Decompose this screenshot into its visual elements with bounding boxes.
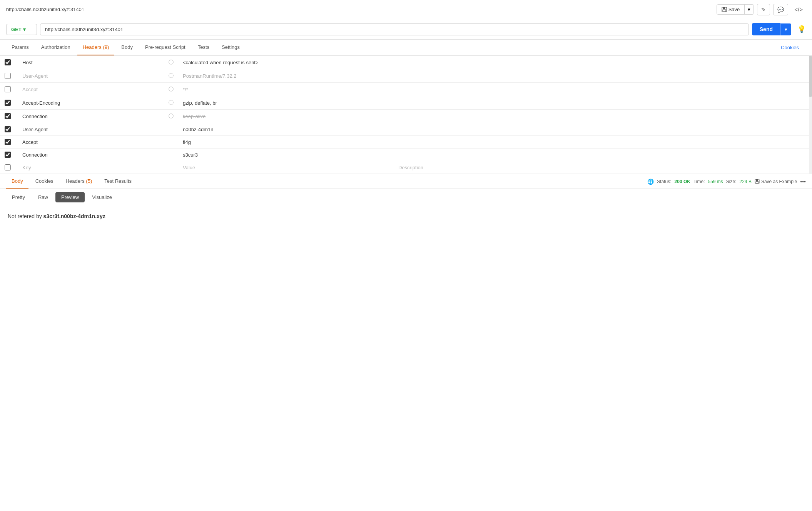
code-icon: </> (794, 6, 803, 13)
tab-params[interactable]: Params (6, 40, 34, 55)
floppy-icon (722, 7, 727, 12)
header-value: <calculated when request is sent> (183, 60, 259, 65)
url-input[interactable] (40, 23, 749, 35)
save-example-label: Save as Example (761, 179, 797, 184)
table-row: User-Agent n00bz-4dm1n (0, 123, 812, 136)
send-chevron-button[interactable]: ▾ (780, 23, 791, 35)
save-button[interactable]: Save (717, 5, 745, 14)
table-row: User-Agent ⓘ PostmanRuntime/7.32.2 (0, 69, 812, 83)
table-row: Host ⓘ <calculated when request is sent> (0, 56, 812, 69)
tab-cookies[interactable]: Cookies (775, 40, 804, 55)
top-bar-actions: Save ▾ ✎ 💬 </> (717, 4, 806, 15)
info-icon[interactable]: ⓘ (169, 72, 174, 79)
header-desc-placeholder: Description (398, 165, 423, 170)
header-key: Connection (22, 152, 48, 158)
row-checkbox[interactable] (5, 100, 11, 106)
header-key: Accept (22, 139, 38, 145)
status-bar: 🌐 Status: 200 OK Time: 559 ms Size: 224 … (647, 179, 806, 185)
more-icon: ••• (800, 179, 806, 185)
bulb-icon: 💡 (797, 25, 806, 33)
header-value: fl4g (183, 139, 191, 145)
tab-tests[interactable]: Tests (192, 40, 215, 55)
header-key: Accept-Encoding (22, 100, 60, 106)
page-title: http://challs.n00bzunit3d.xyz:31401 (6, 7, 84, 12)
info-icon[interactable]: ⓘ (169, 113, 174, 120)
status-label: Status: (657, 179, 671, 184)
info-icon[interactable]: ⓘ (169, 99, 174, 106)
code-button[interactable]: </> (791, 5, 806, 14)
resp-tab-preview[interactable]: Preview (55, 192, 85, 202)
svg-rect-5 (756, 182, 759, 184)
header-key: User-Agent (22, 73, 48, 79)
send-button[interactable]: Send (752, 23, 780, 35)
row-checkbox[interactable] (5, 86, 11, 92)
scrollbar-thumb[interactable] (809, 56, 812, 97)
save-example-button[interactable]: Save as Example (755, 179, 797, 184)
info-icon[interactable]: ⓘ (169, 86, 174, 93)
tab-prerequest[interactable]: Pre-request Script (140, 40, 191, 55)
header-value: keep-alive (183, 114, 206, 119)
response-sub-tabs: Pretty Raw Preview Visualize (0, 189, 812, 205)
response-tab-headers[interactable]: Headers (5) (60, 174, 98, 189)
response-bold-text: s3cr3t.n00bz-4dm1n.xyz (43, 213, 105, 219)
header-key-placeholder: Key (22, 165, 31, 170)
response-tab-body[interactable]: Body (6, 174, 28, 189)
method-chevron-icon: ▾ (23, 27, 26, 32)
svg-rect-2 (723, 10, 726, 12)
edit-button[interactable]: ✎ (757, 4, 770, 15)
row-checkbox[interactable] (5, 152, 11, 158)
more-options-button[interactable]: ••• (800, 179, 806, 185)
row-checkbox[interactable] (5, 59, 11, 65)
bulb-button[interactable]: 💡 (797, 25, 806, 33)
response-tab-cookies[interactable]: Cookies (30, 174, 59, 189)
url-bar: GET ▾ Send ▾ 💡 (0, 19, 812, 40)
resp-tab-pretty[interactable]: Pretty (6, 192, 31, 202)
top-bar: http://challs.n00bzunit3d.xyz:31401 Save… (0, 0, 812, 19)
header-key: User-Agent (22, 127, 48, 132)
row-checkbox[interactable] (5, 164, 11, 170)
header-value: */* (183, 87, 188, 92)
floppy-small-icon (755, 179, 760, 184)
table-row: Accept fl4g (0, 136, 812, 149)
save-label: Save (728, 7, 740, 12)
save-chevron-button[interactable]: ▾ (744, 5, 754, 14)
request-tabs: Params Authorization Headers (9) Body Pr… (0, 40, 812, 56)
row-checkbox[interactable] (5, 139, 11, 145)
resp-tab-visualize[interactable]: Visualize (86, 192, 118, 202)
tab-body[interactable]: Body (116, 40, 138, 55)
table-row: Accept-Encoding ⓘ gzip, deflate, br (0, 96, 812, 110)
globe-icon: 🌐 (647, 179, 654, 185)
chevron-down-icon: ▾ (748, 7, 750, 12)
header-value: s3cur3 (183, 152, 198, 158)
method-selector[interactable]: GET ▾ (6, 24, 37, 35)
header-key: Accept (22, 87, 38, 92)
time-label: Time: (693, 179, 705, 184)
scrollbar-track (809, 56, 812, 174)
resp-tab-raw[interactable]: Raw (32, 192, 54, 202)
tab-authorization[interactable]: Authorization (36, 40, 76, 55)
row-checkbox[interactable] (5, 73, 11, 79)
response-tab-testresults[interactable]: Test Results (99, 174, 137, 189)
row-checkbox[interactable] (5, 126, 11, 132)
row-checkbox[interactable] (5, 113, 11, 119)
header-value-placeholder: Value (183, 165, 195, 170)
time-value: 559 ms (708, 179, 723, 184)
response-tabs-row: Body Cookies Headers (5) Test Results 🌐 … (0, 174, 812, 189)
edit-icon: ✎ (761, 7, 766, 13)
send-label: Send (760, 26, 773, 32)
status-value: 200 OK (675, 179, 690, 184)
comment-icon: 💬 (777, 7, 784, 13)
table-row: Key Value Description (0, 161, 812, 174)
header-value: PostmanRuntime/7.32.2 (183, 73, 236, 79)
tab-settings[interactable]: Settings (216, 40, 245, 55)
tab-headers[interactable]: Headers (9) (77, 40, 115, 55)
comment-button[interactable]: 💬 (773, 4, 788, 15)
response-body: Not refered by s3cr3t.n00bz-4dm1n.xyz (0, 205, 812, 227)
size-value: 224 B (740, 179, 752, 184)
info-icon[interactable]: ⓘ (169, 59, 174, 66)
header-key: Host (22, 60, 33, 65)
method-label: GET (11, 27, 22, 32)
svg-rect-4 (756, 179, 758, 181)
table-row: Connection s3cur3 (0, 149, 812, 161)
size-label: Size: (726, 179, 737, 184)
